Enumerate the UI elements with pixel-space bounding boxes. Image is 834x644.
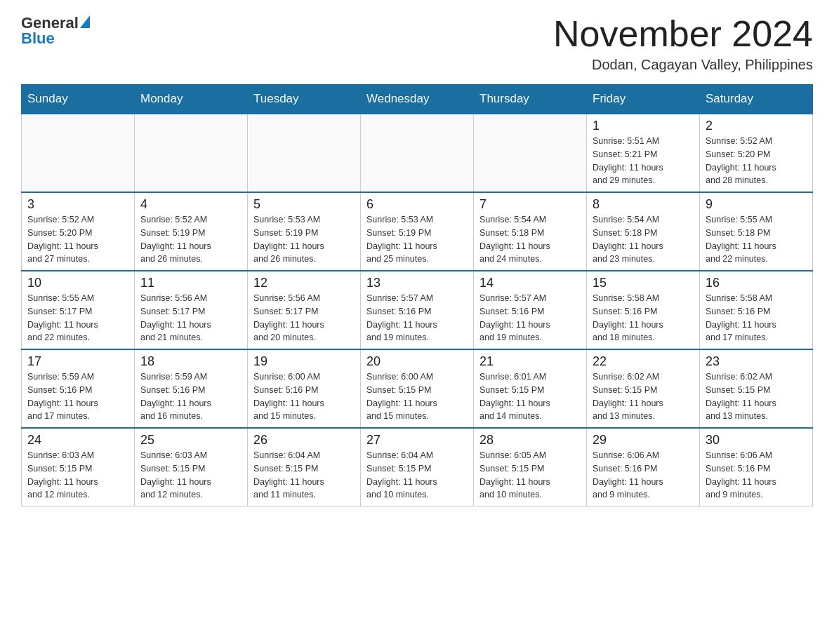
- calendar-cell: 30Sunrise: 6:06 AM Sunset: 5:16 PM Dayli…: [700, 428, 813, 507]
- calendar-body: 1Sunrise: 5:51 AM Sunset: 5:21 PM Daylig…: [22, 114, 813, 507]
- day-info: Sunrise: 5:59 AM Sunset: 5:16 PM Dayligh…: [27, 370, 128, 423]
- day-number: 22: [593, 354, 694, 369]
- calendar-cell: 19Sunrise: 6:00 AM Sunset: 5:16 PM Dayli…: [248, 349, 361, 428]
- day-number: 19: [253, 354, 355, 369]
- calendar-table: SundayMondayTuesdayWednesdayThursdayFrid…: [21, 84, 813, 507]
- day-number: 1: [593, 119, 694, 133]
- calendar-cell: 13Sunrise: 5:57 AM Sunset: 5:16 PM Dayli…: [361, 271, 474, 349]
- day-number: 7: [479, 197, 581, 212]
- calendar-cell: [361, 114, 474, 192]
- day-info: Sunrise: 5:52 AM Sunset: 5:19 PM Dayligh…: [140, 213, 241, 266]
- day-info: Sunrise: 5:55 AM Sunset: 5:18 PM Dayligh…: [706, 213, 807, 266]
- day-number: 2: [706, 119, 807, 133]
- day-info: Sunrise: 6:04 AM Sunset: 5:15 PM Dayligh…: [366, 449, 468, 502]
- day-info: Sunrise: 5:57 AM Sunset: 5:16 PM Dayligh…: [479, 292, 581, 344]
- week-row-2: 3Sunrise: 5:52 AM Sunset: 5:20 PM Daylig…: [22, 192, 813, 271]
- day-info: Sunrise: 6:06 AM Sunset: 5:16 PM Dayligh…: [593, 449, 694, 502]
- header-row: SundayMondayTuesdayWednesdayThursdayFrid…: [22, 85, 813, 114]
- day-number: 5: [253, 197, 355, 212]
- calendar-cell: 28Sunrise: 6:05 AM Sunset: 5:15 PM Dayli…: [474, 428, 587, 507]
- day-number: 21: [479, 354, 581, 369]
- day-number: 10: [27, 276, 128, 290]
- day-number: 28: [479, 433, 581, 448]
- day-number: 25: [140, 433, 241, 448]
- day-number: 13: [366, 276, 468, 290]
- day-number: 18: [140, 354, 241, 369]
- day-number: 24: [27, 433, 128, 448]
- column-header-thursday: Thursday: [474, 85, 587, 114]
- calendar-header: SundayMondayTuesdayWednesdayThursdayFrid…: [22, 85, 813, 114]
- calendar-cell: 15Sunrise: 5:58 AM Sunset: 5:16 PM Dayli…: [587, 271, 700, 349]
- column-header-sunday: Sunday: [22, 85, 135, 114]
- day-info: Sunrise: 5:58 AM Sunset: 5:16 PM Dayligh…: [706, 292, 807, 344]
- day-number: 23: [706, 354, 807, 369]
- calendar-title: November 2024: [553, 14, 813, 54]
- day-info: Sunrise: 5:55 AM Sunset: 5:17 PM Dayligh…: [27, 292, 128, 344]
- day-info: Sunrise: 5:54 AM Sunset: 5:18 PM Dayligh…: [479, 213, 581, 266]
- calendar-cell: 26Sunrise: 6:04 AM Sunset: 5:15 PM Dayli…: [248, 428, 361, 507]
- calendar-cell: 14Sunrise: 5:57 AM Sunset: 5:16 PM Dayli…: [474, 271, 587, 349]
- day-number: 29: [593, 433, 694, 448]
- day-number: 26: [253, 433, 355, 448]
- calendar-cell: 12Sunrise: 5:56 AM Sunset: 5:17 PM Dayli…: [248, 271, 361, 349]
- day-info: Sunrise: 5:57 AM Sunset: 5:16 PM Dayligh…: [366, 292, 468, 344]
- logo: General Blue: [21, 14, 90, 48]
- calendar-cell: 21Sunrise: 6:01 AM Sunset: 5:15 PM Dayli…: [474, 349, 587, 428]
- calendar-cell: 22Sunrise: 6:02 AM Sunset: 5:15 PM Dayli…: [587, 349, 700, 428]
- day-number: 6: [366, 197, 468, 212]
- day-info: Sunrise: 5:59 AM Sunset: 5:16 PM Dayligh…: [140, 370, 241, 423]
- calendar-cell: 6Sunrise: 5:53 AM Sunset: 5:19 PM Daylig…: [361, 192, 474, 271]
- calendar-cell: 27Sunrise: 6:04 AM Sunset: 5:15 PM Dayli…: [361, 428, 474, 507]
- calendar-cell: 10Sunrise: 5:55 AM Sunset: 5:17 PM Dayli…: [22, 271, 135, 349]
- calendar-cell: 7Sunrise: 5:54 AM Sunset: 5:18 PM Daylig…: [474, 192, 587, 271]
- calendar-cell: [474, 114, 587, 192]
- day-info: Sunrise: 6:03 AM Sunset: 5:15 PM Dayligh…: [27, 449, 128, 502]
- day-info: Sunrise: 6:00 AM Sunset: 5:16 PM Dayligh…: [253, 370, 355, 423]
- day-number: 8: [593, 197, 694, 212]
- day-number: 12: [253, 276, 355, 290]
- day-info: Sunrise: 5:53 AM Sunset: 5:19 PM Dayligh…: [366, 213, 468, 266]
- calendar-cell: 1Sunrise: 5:51 AM Sunset: 5:21 PM Daylig…: [587, 114, 700, 192]
- calendar-cell: 8Sunrise: 5:54 AM Sunset: 5:18 PM Daylig…: [587, 192, 700, 271]
- day-info: Sunrise: 6:01 AM Sunset: 5:15 PM Dayligh…: [479, 370, 581, 423]
- day-number: 30: [706, 433, 807, 448]
- column-header-monday: Monday: [135, 85, 248, 114]
- calendar-cell: 9Sunrise: 5:55 AM Sunset: 5:18 PM Daylig…: [700, 192, 813, 271]
- day-info: Sunrise: 6:06 AM Sunset: 5:16 PM Dayligh…: [706, 449, 807, 502]
- week-row-5: 24Sunrise: 6:03 AM Sunset: 5:15 PM Dayli…: [22, 428, 813, 507]
- title-block: November 2024 Dodan, Cagayan Valley, Phi…: [553, 14, 813, 73]
- calendar-cell: 23Sunrise: 6:02 AM Sunset: 5:15 PM Dayli…: [700, 349, 813, 428]
- column-header-wednesday: Wednesday: [361, 85, 474, 114]
- day-info: Sunrise: 6:04 AM Sunset: 5:15 PM Dayligh…: [253, 449, 355, 502]
- column-header-saturday: Saturday: [700, 85, 813, 114]
- day-info: Sunrise: 5:54 AM Sunset: 5:18 PM Dayligh…: [593, 213, 694, 266]
- logo-wordmark: General Blue: [21, 14, 90, 48]
- logo-blue-text: Blue: [21, 29, 55, 48]
- day-number: 20: [366, 354, 468, 369]
- week-row-3: 10Sunrise: 5:55 AM Sunset: 5:17 PM Dayli…: [22, 271, 813, 349]
- day-number: 17: [27, 354, 128, 369]
- day-info: Sunrise: 5:52 AM Sunset: 5:20 PM Dayligh…: [27, 213, 128, 266]
- day-info: Sunrise: 5:52 AM Sunset: 5:20 PM Dayligh…: [706, 135, 807, 187]
- day-info: Sunrise: 5:56 AM Sunset: 5:17 PM Dayligh…: [253, 292, 355, 344]
- day-info: Sunrise: 6:00 AM Sunset: 5:15 PM Dayligh…: [366, 370, 468, 423]
- calendar-cell: 16Sunrise: 5:58 AM Sunset: 5:16 PM Dayli…: [700, 271, 813, 349]
- calendar-cell: [248, 114, 361, 192]
- calendar-cell: 18Sunrise: 5:59 AM Sunset: 5:16 PM Dayli…: [135, 349, 248, 428]
- day-info: Sunrise: 5:53 AM Sunset: 5:19 PM Dayligh…: [253, 213, 355, 266]
- day-number: 15: [593, 276, 694, 290]
- calendar-cell: [135, 114, 248, 192]
- day-number: 3: [27, 197, 128, 212]
- week-row-1: 1Sunrise: 5:51 AM Sunset: 5:21 PM Daylig…: [22, 114, 813, 192]
- calendar-cell: 20Sunrise: 6:00 AM Sunset: 5:15 PM Dayli…: [361, 349, 474, 428]
- day-number: 16: [706, 276, 807, 290]
- week-row-4: 17Sunrise: 5:59 AM Sunset: 5:16 PM Dayli…: [22, 349, 813, 428]
- day-number: 14: [479, 276, 581, 290]
- calendar-cell: 25Sunrise: 6:03 AM Sunset: 5:15 PM Dayli…: [135, 428, 248, 507]
- day-info: Sunrise: 5:56 AM Sunset: 5:17 PM Dayligh…: [140, 292, 241, 344]
- day-number: 9: [706, 197, 807, 212]
- calendar-cell: 3Sunrise: 5:52 AM Sunset: 5:20 PM Daylig…: [22, 192, 135, 271]
- day-info: Sunrise: 6:02 AM Sunset: 5:15 PM Dayligh…: [593, 370, 694, 423]
- column-header-friday: Friday: [587, 85, 700, 114]
- logo-triangle-icon: [80, 15, 90, 28]
